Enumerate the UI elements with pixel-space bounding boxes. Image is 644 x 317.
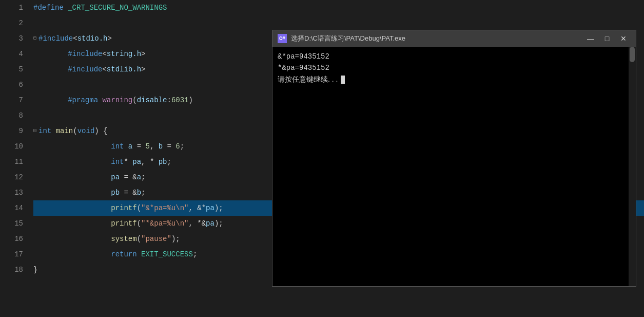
terminal-close-button[interactable]: ✕ [616, 33, 631, 44]
terminal-cursor [341, 76, 345, 84]
code-line-1: #define _CRT_SECURE_NO_WARNINGS [33, 0, 644, 15]
terminal-titlebar: C# 选择D:\C语言练习\PAT\Debug\PAT.exe — □ ✕ [272, 30, 636, 47]
terminal-window[interactable]: C# 选择D:\C语言练习\PAT\Debug\PAT.exe — □ ✕ &*… [272, 30, 636, 287]
terminal-app-icon: C# [278, 34, 287, 43]
terminal-controls: — □ ✕ [583, 33, 631, 44]
line-numbers: 1 2 3 4 5 6 7 8 9 10 11 12 13 14 15 16 1… [0, 0, 28, 317]
code-line-2 [33, 15, 644, 31]
terminal-scrollbar-thumb [630, 47, 635, 62]
terminal-title: 选择D:\C语言练习\PAT\Debug\PAT.exe [291, 34, 583, 43]
terminal-output-line-2: *&pa=9435152 [278, 62, 631, 73]
terminal-output-line-1: &*pa=9435152 [278, 51, 631, 62]
terminal-scrollbar[interactable] [629, 47, 636, 286]
terminal-output-line-3: 请按任意键继续. . . [278, 73, 631, 85]
terminal-body: &*pa=9435152 *&pa=9435152 请按任意键继续. . . [272, 47, 636, 286]
code-editor: 1 2 3 4 5 6 7 8 9 10 11 12 13 14 15 16 1… [0, 0, 644, 317]
terminal-maximize-button[interactable]: □ [600, 33, 614, 44]
terminal-minimize-button[interactable]: — [583, 33, 598, 44]
